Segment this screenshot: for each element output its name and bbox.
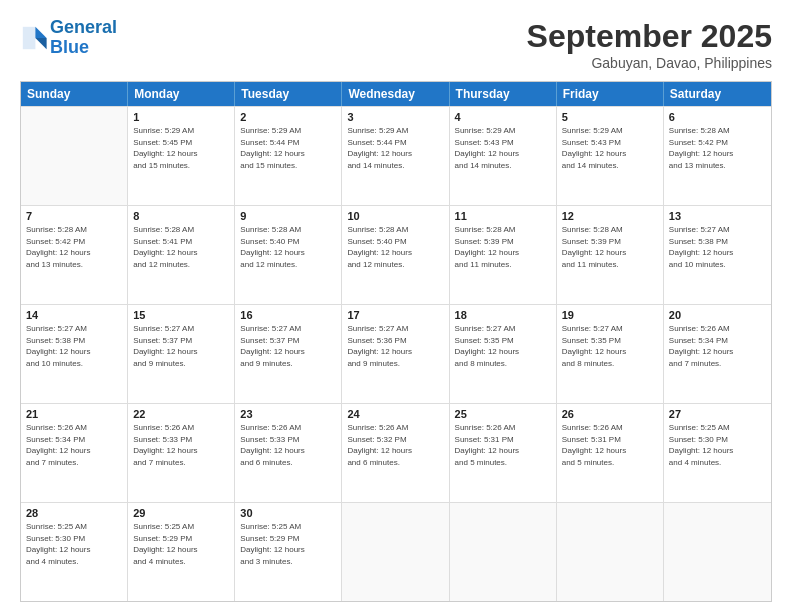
day-number: 2 — [240, 111, 336, 123]
day-number: 14 — [26, 309, 122, 321]
day-cell-21: 21Sunrise: 5:26 AM Sunset: 5:34 PM Dayli… — [21, 404, 128, 502]
header-day-wednesday: Wednesday — [342, 82, 449, 106]
day-number: 29 — [133, 507, 229, 519]
day-number: 11 — [455, 210, 551, 222]
day-info: Sunrise: 5:27 AM Sunset: 5:38 PM Dayligh… — [26, 323, 122, 369]
day-number: 26 — [562, 408, 658, 420]
day-number: 25 — [455, 408, 551, 420]
svg-marker-2 — [23, 27, 36, 49]
day-number: 17 — [347, 309, 443, 321]
week-row-4: 21Sunrise: 5:26 AM Sunset: 5:34 PM Dayli… — [21, 403, 771, 502]
day-info: Sunrise: 5:27 AM Sunset: 5:35 PM Dayligh… — [455, 323, 551, 369]
header-day-monday: Monday — [128, 82, 235, 106]
day-cell-26: 26Sunrise: 5:26 AM Sunset: 5:31 PM Dayli… — [557, 404, 664, 502]
day-info: Sunrise: 5:28 AM Sunset: 5:39 PM Dayligh… — [455, 224, 551, 270]
day-info: Sunrise: 5:29 AM Sunset: 5:44 PM Dayligh… — [240, 125, 336, 171]
day-cell-25: 25Sunrise: 5:26 AM Sunset: 5:31 PM Dayli… — [450, 404, 557, 502]
day-info: Sunrise: 5:26 AM Sunset: 5:34 PM Dayligh… — [26, 422, 122, 468]
day-info: Sunrise: 5:29 AM Sunset: 5:45 PM Dayligh… — [133, 125, 229, 171]
logo-line2: Blue — [50, 37, 89, 57]
day-info: Sunrise: 5:26 AM Sunset: 5:31 PM Dayligh… — [562, 422, 658, 468]
day-cell-8: 8Sunrise: 5:28 AM Sunset: 5:41 PM Daylig… — [128, 206, 235, 304]
day-number: 5 — [562, 111, 658, 123]
day-info: Sunrise: 5:27 AM Sunset: 5:37 PM Dayligh… — [240, 323, 336, 369]
month-title: September 2025 — [527, 18, 772, 55]
day-number: 12 — [562, 210, 658, 222]
day-number: 30 — [240, 507, 336, 519]
day-info: Sunrise: 5:29 AM Sunset: 5:43 PM Dayligh… — [455, 125, 551, 171]
day-cell-9: 9Sunrise: 5:28 AM Sunset: 5:40 PM Daylig… — [235, 206, 342, 304]
svg-marker-1 — [35, 38, 46, 49]
header-day-thursday: Thursday — [450, 82, 557, 106]
day-number: 3 — [347, 111, 443, 123]
day-number: 24 — [347, 408, 443, 420]
day-cell-24: 24Sunrise: 5:26 AM Sunset: 5:32 PM Dayli… — [342, 404, 449, 502]
day-cell-28: 28Sunrise: 5:25 AM Sunset: 5:30 PM Dayli… — [21, 503, 128, 601]
day-cell-16: 16Sunrise: 5:27 AM Sunset: 5:37 PM Dayli… — [235, 305, 342, 403]
day-info: Sunrise: 5:26 AM Sunset: 5:34 PM Dayligh… — [669, 323, 766, 369]
day-info: Sunrise: 5:28 AM Sunset: 5:41 PM Dayligh… — [133, 224, 229, 270]
day-cell-17: 17Sunrise: 5:27 AM Sunset: 5:36 PM Dayli… — [342, 305, 449, 403]
empty-cell — [450, 503, 557, 601]
day-cell-2: 2Sunrise: 5:29 AM Sunset: 5:44 PM Daylig… — [235, 107, 342, 205]
day-cell-1: 1Sunrise: 5:29 AM Sunset: 5:45 PM Daylig… — [128, 107, 235, 205]
day-cell-19: 19Sunrise: 5:27 AM Sunset: 5:35 PM Dayli… — [557, 305, 664, 403]
day-number: 19 — [562, 309, 658, 321]
day-cell-7: 7Sunrise: 5:28 AM Sunset: 5:42 PM Daylig… — [21, 206, 128, 304]
day-number: 13 — [669, 210, 766, 222]
day-number: 9 — [240, 210, 336, 222]
week-row-2: 7Sunrise: 5:28 AM Sunset: 5:42 PM Daylig… — [21, 205, 771, 304]
day-info: Sunrise: 5:25 AM Sunset: 5:29 PM Dayligh… — [240, 521, 336, 567]
day-info: Sunrise: 5:27 AM Sunset: 5:37 PM Dayligh… — [133, 323, 229, 369]
header-day-saturday: Saturday — [664, 82, 771, 106]
day-info: Sunrise: 5:28 AM Sunset: 5:40 PM Dayligh… — [240, 224, 336, 270]
day-cell-20: 20Sunrise: 5:26 AM Sunset: 5:34 PM Dayli… — [664, 305, 771, 403]
day-cell-15: 15Sunrise: 5:27 AM Sunset: 5:37 PM Dayli… — [128, 305, 235, 403]
day-number: 15 — [133, 309, 229, 321]
day-number: 6 — [669, 111, 766, 123]
day-info: Sunrise: 5:28 AM Sunset: 5:40 PM Dayligh… — [347, 224, 443, 270]
day-cell-23: 23Sunrise: 5:26 AM Sunset: 5:33 PM Dayli… — [235, 404, 342, 502]
day-number: 4 — [455, 111, 551, 123]
day-info: Sunrise: 5:26 AM Sunset: 5:33 PM Dayligh… — [133, 422, 229, 468]
calendar-header: SundayMondayTuesdayWednesdayThursdayFrid… — [21, 82, 771, 106]
day-info: Sunrise: 5:25 AM Sunset: 5:30 PM Dayligh… — [669, 422, 766, 468]
day-cell-4: 4Sunrise: 5:29 AM Sunset: 5:43 PM Daylig… — [450, 107, 557, 205]
day-info: Sunrise: 5:28 AM Sunset: 5:42 PM Dayligh… — [669, 125, 766, 171]
logo-icon — [20, 24, 48, 52]
day-cell-5: 5Sunrise: 5:29 AM Sunset: 5:43 PM Daylig… — [557, 107, 664, 205]
day-info: Sunrise: 5:27 AM Sunset: 5:38 PM Dayligh… — [669, 224, 766, 270]
day-cell-13: 13Sunrise: 5:27 AM Sunset: 5:38 PM Dayli… — [664, 206, 771, 304]
logo-text: General Blue — [50, 18, 117, 58]
day-info: Sunrise: 5:25 AM Sunset: 5:30 PM Dayligh… — [26, 521, 122, 567]
day-info: Sunrise: 5:26 AM Sunset: 5:33 PM Dayligh… — [240, 422, 336, 468]
day-info: Sunrise: 5:25 AM Sunset: 5:29 PM Dayligh… — [133, 521, 229, 567]
day-number: 22 — [133, 408, 229, 420]
empty-cell — [21, 107, 128, 205]
day-info: Sunrise: 5:26 AM Sunset: 5:31 PM Dayligh… — [455, 422, 551, 468]
day-cell-14: 14Sunrise: 5:27 AM Sunset: 5:38 PM Dayli… — [21, 305, 128, 403]
day-number: 20 — [669, 309, 766, 321]
day-number: 21 — [26, 408, 122, 420]
day-cell-10: 10Sunrise: 5:28 AM Sunset: 5:40 PM Dayli… — [342, 206, 449, 304]
empty-cell — [664, 503, 771, 601]
day-cell-3: 3Sunrise: 5:29 AM Sunset: 5:44 PM Daylig… — [342, 107, 449, 205]
day-cell-27: 27Sunrise: 5:25 AM Sunset: 5:30 PM Dayli… — [664, 404, 771, 502]
day-info: Sunrise: 5:27 AM Sunset: 5:35 PM Dayligh… — [562, 323, 658, 369]
page: General Blue September 2025 Gabuyan, Dav… — [0, 0, 792, 612]
day-number: 18 — [455, 309, 551, 321]
header-day-sunday: Sunday — [21, 82, 128, 106]
day-number: 7 — [26, 210, 122, 222]
week-row-5: 28Sunrise: 5:25 AM Sunset: 5:30 PM Dayli… — [21, 502, 771, 601]
day-cell-12: 12Sunrise: 5:28 AM Sunset: 5:39 PM Dayli… — [557, 206, 664, 304]
day-cell-6: 6Sunrise: 5:28 AM Sunset: 5:42 PM Daylig… — [664, 107, 771, 205]
calendar: SundayMondayTuesdayWednesdayThursdayFrid… — [20, 81, 772, 602]
day-info: Sunrise: 5:29 AM Sunset: 5:43 PM Dayligh… — [562, 125, 658, 171]
calendar-body: 1Sunrise: 5:29 AM Sunset: 5:45 PM Daylig… — [21, 106, 771, 601]
empty-cell — [342, 503, 449, 601]
day-number: 1 — [133, 111, 229, 123]
empty-cell — [557, 503, 664, 601]
day-cell-18: 18Sunrise: 5:27 AM Sunset: 5:35 PM Dayli… — [450, 305, 557, 403]
day-info: Sunrise: 5:26 AM Sunset: 5:32 PM Dayligh… — [347, 422, 443, 468]
week-row-3: 14Sunrise: 5:27 AM Sunset: 5:38 PM Dayli… — [21, 304, 771, 403]
